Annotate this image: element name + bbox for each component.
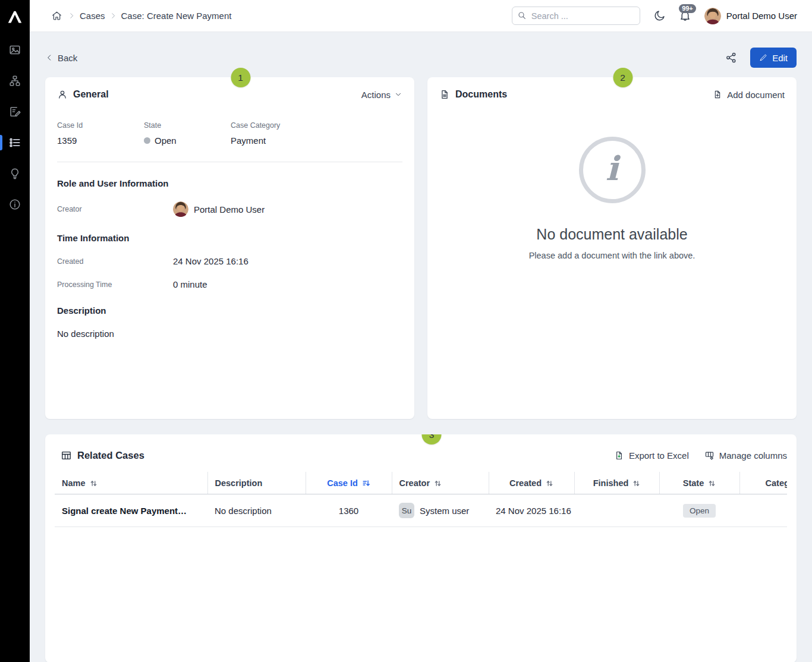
sidebar-item-process-viewer[interactable] <box>0 34 30 65</box>
axonivy-logo[interactable] <box>0 0 30 34</box>
manage-columns-button[interactable]: Manage columns <box>704 450 787 461</box>
row-description: No description <box>207 494 306 527</box>
related-cases-card: 3 Related Cases Export to Excel <box>45 434 797 662</box>
actions-label: Actions <box>361 90 391 100</box>
related-cases-table: Name Description <box>55 472 787 527</box>
topbar: Cases Case: Create New Payment 99+ <box>30 0 812 32</box>
step-badge-3: 3 <box>422 434 442 445</box>
processing-time-label: Processing Time <box>57 280 173 289</box>
description-value: No description <box>57 329 402 339</box>
row-state-badge: Open <box>683 504 716 518</box>
row-case-name[interactable]: Signal create New Payment <box>62 506 178 516</box>
case-category-label: Case Category <box>231 121 402 130</box>
add-document-button[interactable]: Add document <box>713 90 785 100</box>
edit-button[interactable]: Edit <box>750 48 797 68</box>
home-icon <box>51 10 62 21</box>
documents-card: 2 Documents Add document <box>427 77 797 419</box>
column-header-category[interactable]: Category <box>739 472 787 494</box>
chevron-right-icon <box>68 12 75 20</box>
general-title: General <box>73 89 109 100</box>
app-sidebar <box>0 0 30 662</box>
creator-avatar <box>173 201 188 217</box>
user-name: Portal Demo User <box>726 11 797 21</box>
search-icon <box>517 11 527 20</box>
add-document-label: Add document <box>727 90 785 100</box>
step-badge-1: 1 <box>231 68 250 87</box>
info-circle-icon <box>579 137 646 203</box>
column-header-creator[interactable]: Creator <box>392 472 489 494</box>
file-plus-icon <box>713 90 722 99</box>
notification-count-badge: 99+ <box>679 4 696 13</box>
creator-value: Portal Demo User <box>194 204 265 215</box>
row-category <box>739 494 787 527</box>
related-cases-title: Related Cases <box>77 450 144 461</box>
image-icon <box>8 43 21 56</box>
back-button[interactable]: Back <box>45 53 77 63</box>
row-finished <box>574 494 659 527</box>
export-to-excel-label: Export to Excel <box>629 450 689 461</box>
excel-export-icon <box>614 450 624 461</box>
time-section-title: Time Information <box>57 233 402 243</box>
manage-columns-icon <box>704 450 715 461</box>
info-icon <box>8 198 21 211</box>
column-header-state[interactable]: State <box>659 472 739 494</box>
hierarchy-icon <box>8 74 21 87</box>
breadcrumb-current-page: Case: Create New Payment <box>121 11 232 21</box>
processing-time-value: 0 minute <box>173 279 402 289</box>
name-ellipsis: … <box>178 506 187 516</box>
row-created: 24 Nov 2025 16:16 <box>489 494 574 527</box>
case-toolbar: Back Edit <box>45 48 797 68</box>
role-section-title: Role and User Information <box>57 178 402 188</box>
state-label: State <box>144 121 231 130</box>
edit-label: Edit <box>772 53 788 63</box>
case-category-value: Payment <box>231 135 402 146</box>
sidebar-item-ideas[interactable] <box>0 158 30 189</box>
row-case-id: 1360 <box>306 494 392 527</box>
created-value: 24 Nov 2025 16:16 <box>173 256 402 266</box>
home-button[interactable] <box>51 10 62 21</box>
divider <box>57 162 402 162</box>
sidebar-item-about[interactable] <box>0 189 30 220</box>
sort-icon <box>546 480 553 487</box>
chevron-down-icon <box>394 90 402 99</box>
share-nodes-icon <box>725 52 737 64</box>
case-list-icon <box>8 136 21 149</box>
share-button[interactable] <box>725 52 737 64</box>
axonivy-logo-icon <box>6 8 24 26</box>
no-document-title: No document available <box>536 226 687 243</box>
manage-columns-label: Manage columns <box>719 450 787 461</box>
back-label: Back <box>58 53 77 63</box>
user-icon <box>57 89 68 100</box>
dark-mode-toggle[interactable] <box>653 10 666 22</box>
breadcrumb-cases[interactable]: Cases <box>80 11 105 21</box>
global-search <box>512 7 640 25</box>
pencil-icon <box>759 53 767 62</box>
column-header-finished[interactable]: Finished <box>574 472 659 494</box>
sidebar-item-cases[interactable] <box>0 127 30 158</box>
sort-amount-down-icon <box>362 479 370 487</box>
search-input[interactable] <box>512 7 640 25</box>
no-document-message: Please add a document with the link abov… <box>529 251 695 260</box>
creator-initials-badge: Su <box>399 503 414 518</box>
column-header-created[interactable]: Created <box>489 472 574 494</box>
user-menu[interactable]: Portal Demo User <box>704 8 797 24</box>
form-edit-icon <box>8 105 21 118</box>
column-header-name[interactable]: Name <box>55 472 207 494</box>
file-lines-icon <box>439 89 450 100</box>
sidebar-item-tasks[interactable] <box>0 96 30 127</box>
column-header-description[interactable]: Description <box>207 472 306 494</box>
case-id-value: 1359 <box>57 135 144 146</box>
step-badge-2: 2 <box>613 68 632 87</box>
state-dot <box>144 137 150 144</box>
column-header-case-id[interactable]: Case Id <box>306 472 392 494</box>
export-to-excel-button[interactable]: Export to Excel <box>614 450 689 461</box>
actions-dropdown[interactable]: Actions <box>361 90 402 100</box>
sort-icon <box>90 480 97 487</box>
sort-icon <box>708 480 716 487</box>
table-row[interactable]: Signal create New Payment… No descriptio… <box>55 494 787 527</box>
notifications-button[interactable]: 99+ <box>679 10 691 22</box>
creator-label: Creator <box>57 205 173 213</box>
moon-icon <box>653 10 666 22</box>
sidebar-item-processes[interactable] <box>0 65 30 96</box>
page-content: Back Edit 1 <box>30 48 812 662</box>
